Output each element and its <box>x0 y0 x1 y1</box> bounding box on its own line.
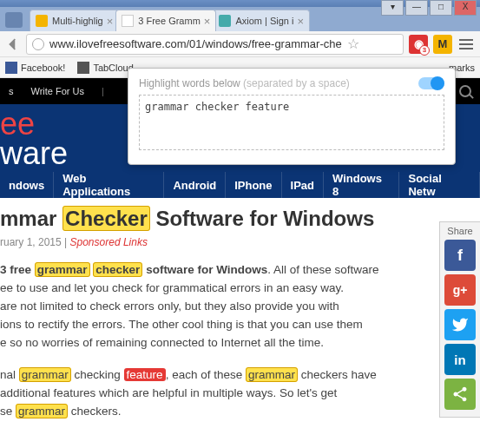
highlight-words-input[interactable] <box>139 95 444 150</box>
article-date: ruary 1, 2015 <box>0 236 62 248</box>
close-tab-icon[interactable]: × <box>107 15 114 28</box>
highlighted-word: checker <box>93 262 142 277</box>
window-max-button[interactable]: □ <box>430 0 452 16</box>
favicon-icon <box>122 15 134 27</box>
nav-item[interactable]: Write For Us <box>31 86 85 96</box>
browser-tab[interactable]: Axiom | Sign i × <box>213 10 310 31</box>
category-bar: ndows Web Applications Android IPhone IP… <box>0 172 480 198</box>
category-item[interactable]: Web Applications <box>54 172 164 198</box>
share-label: Share <box>444 226 477 236</box>
tab-title: 3 Free Gramm <box>138 16 201 26</box>
chrome-menu-icon[interactable] <box>457 36 475 53</box>
share-googleplus-button[interactable]: g+ <box>444 274 476 306</box>
article: mmar Checker Software for Windows ruary … <box>0 198 480 420</box>
sponsored-link[interactable]: Sponsored Links <box>70 236 148 248</box>
highlighted-word: feature <box>124 368 166 381</box>
bookmark-item[interactable]: TabCloud <box>77 62 133 74</box>
tab-title: Axiom | Sign i <box>235 16 293 26</box>
globe-icon <box>32 38 44 50</box>
favicon-icon <box>219 15 231 27</box>
highlighted-word: grammar <box>16 404 68 418</box>
logo-text: ware <box>0 135 68 171</box>
share-more-button[interactable] <box>444 379 476 410</box>
nav-divider: | <box>102 86 104 96</box>
highlighted-word: Checker <box>62 206 150 231</box>
article-meta: ruary 1, 2015 | Sponsored Links <box>0 236 480 248</box>
url-input[interactable]: www.ilovefreesoftware.com/01/windows/fre… <box>26 34 404 55</box>
popup-label: Highlight words below (separated by a sp… <box>139 77 444 89</box>
share-facebook-button[interactable]: f <box>444 240 476 271</box>
window-hide-button[interactable]: ▾ <box>381 0 404 16</box>
window-close-button[interactable]: X <box>454 0 477 16</box>
highlighted-word: grammar <box>246 367 298 382</box>
article-title: mmar Checker Software for Windows <box>0 207 480 231</box>
browser-tab[interactable]: Multi-highlig × <box>30 10 119 31</box>
share-sidebar: Share f g+ in <box>439 221 480 418</box>
facebook-icon <box>5 62 17 74</box>
share-twitter-button[interactable] <box>444 309 476 340</box>
address-bar-row: www.ilovefreesoftware.com/01/windows/fre… <box>0 31 480 57</box>
window-min-button[interactable]: — <box>405 0 428 16</box>
category-item[interactable]: ndows <box>0 172 54 198</box>
share-linkedin-button[interactable]: in <box>444 344 476 375</box>
highlight-extension-popup: Highlight words below (separated by a sp… <box>128 68 456 165</box>
multihighlight-extension-icon[interactable]: M <box>433 35 452 54</box>
bookmark-item[interactable]: Facebook! <box>5 62 65 74</box>
tab-title: Multi-highlig <box>52 16 103 26</box>
bookmark-label: Facebook! <box>21 63 65 73</box>
highlight-toggle[interactable] <box>418 77 444 89</box>
close-tab-icon[interactable]: × <box>204 15 211 28</box>
favicon-icon <box>36 15 48 27</box>
back-icon[interactable] <box>5 36 21 52</box>
category-item[interactable]: IPad <box>282 172 324 198</box>
search-icon[interactable] <box>459 85 471 97</box>
tabcloud-icon <box>77 62 89 74</box>
category-item[interactable]: IPhone <box>226 172 281 198</box>
extension-icon[interactable]: ◉ <box>409 35 428 54</box>
browser-tab[interactable]: 3 Free Gramm × <box>115 10 216 31</box>
highlighted-word: grammar <box>35 262 90 277</box>
bookmark-star-icon[interactable]: ☆ <box>347 36 359 52</box>
article-body: 3 free grammar checker software for Wind… <box>0 260 425 420</box>
nav-item[interactable]: s <box>9 86 14 96</box>
category-item[interactable]: Social Netw <box>399 172 480 198</box>
highlighted-word: grammar <box>19 367 71 382</box>
tab-overflow-icon[interactable] <box>5 12 23 28</box>
close-tab-icon[interactable]: × <box>297 15 304 28</box>
url-text: www.ilovefreesoftware.com/01/windows/fre… <box>49 37 342 50</box>
category-item[interactable]: Windows 8 <box>324 172 399 198</box>
category-item[interactable]: Android <box>164 172 226 198</box>
